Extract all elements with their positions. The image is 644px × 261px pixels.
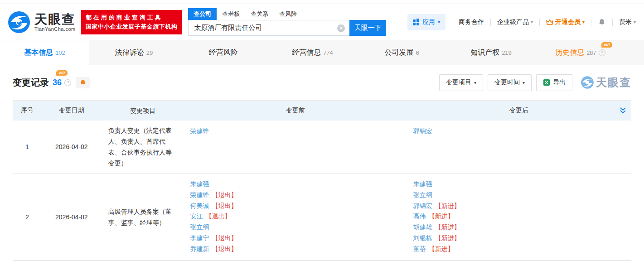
column-header: 变更前 xyxy=(184,101,407,121)
help-icon[interactable]: ? xyxy=(64,79,71,86)
vip-upgrade-menu[interactable]: 开通会员 ▾ xyxy=(546,18,585,26)
logo-subtitle: TianYanCha.com xyxy=(34,26,76,32)
chevron-down-icon: ▾ xyxy=(582,19,585,24)
person-link[interactable]: 乔建新 xyxy=(190,245,209,252)
person-line: 安江【退出】 xyxy=(190,211,401,222)
export-button[interactable]: 导出 xyxy=(536,74,572,91)
apps-label: 应用 xyxy=(422,18,435,26)
section-count: 36 xyxy=(53,78,62,87)
collapse-double-chevron-icon[interactable] xyxy=(620,107,626,116)
search-tab-3[interactable]: 查风险 xyxy=(274,8,302,20)
search-tabs: 查公司查老板查关系查风险 xyxy=(188,9,392,20)
person-list: 郭锦宏 xyxy=(413,125,625,137)
person-line: 何美诚【退出】 xyxy=(190,201,401,212)
table-row: 12026-04-02负责人变更（法定代表人、负责人、首席代表、合伙事务执行人等… xyxy=(13,121,631,174)
person-link[interactable]: 荣建锋 xyxy=(190,127,209,135)
filter-change-time-dropdown[interactable]: 变更时间 ▾ xyxy=(488,74,532,91)
vip-badge: VIP xyxy=(56,70,68,76)
person-line: 荣建锋 xyxy=(190,126,401,137)
promo-banner: 都在用的商业查询工具 国家中小企业发展子基金旗下机构 xyxy=(81,10,182,34)
chevron-down-icon: ▾ xyxy=(438,19,440,24)
table-row: 22026-04-02高级管理人员备案（董事、监事、经理等）朱建强荣建锋【退出】… xyxy=(13,174,631,261)
nav-tab-label: 历史信息 xyxy=(555,48,584,58)
help-icon[interactable]: ? xyxy=(599,49,605,56)
nav-tab-1[interactable]: 法律诉讼29 xyxy=(89,40,179,65)
person-link[interactable]: 郭锦宏 xyxy=(413,127,432,135)
main-content: 变更记录 VIP 36 ? 变更项目 ▾ 变更时间 ▾ xyxy=(0,65,644,261)
nav-tab-count: 219 xyxy=(502,49,512,56)
table-header-row: 序号变更日期变更项目变更前变更后 xyxy=(13,101,631,121)
divider xyxy=(591,19,591,26)
person-link[interactable]: 张立纲 xyxy=(190,223,209,231)
person-link[interactable]: 刘银栋 xyxy=(413,234,432,242)
nav-tab-label: 法律诉讼 xyxy=(115,48,144,58)
person-link[interactable]: 张立纲 xyxy=(413,191,432,198)
person-line: 张立纲 xyxy=(190,222,401,233)
promo-banner-line2: 国家中小企业发展子基金旗下机构 xyxy=(86,22,178,31)
person-link[interactable]: 朱建强 xyxy=(190,180,209,188)
apps-menu[interactable]: 应用 ▾ xyxy=(407,14,445,30)
username-label: 费米 xyxy=(619,18,632,26)
cell-change-item: 高级管理人员备案（董事、监事、经理等） xyxy=(102,174,184,260)
person-link[interactable]: 朱建强 xyxy=(413,180,432,188)
change-status-tag: 【退出】 xyxy=(212,245,237,252)
cell-serial-no: 2 xyxy=(13,174,41,260)
notifications-button[interactable] xyxy=(598,18,606,26)
clear-icon[interactable]: ✕ xyxy=(337,24,345,32)
cooperation-link[interactable]: 商务合作 xyxy=(459,18,484,26)
change-status-tag: 【新进】 xyxy=(435,202,460,209)
export-label: 导出 xyxy=(553,78,566,87)
person-line: 朱建强 xyxy=(190,179,401,190)
person-line: 郭锦宏【新进】 xyxy=(413,201,625,212)
search-button[interactable]: 天眼一下 xyxy=(349,20,386,36)
vip-badge: VIP xyxy=(601,42,612,48)
nav-tab-4[interactable]: 公司发展6 xyxy=(357,40,446,65)
person-link[interactable]: 荣建锋 xyxy=(190,191,209,198)
search-tab-1[interactable]: 查老板 xyxy=(217,8,245,20)
person-link[interactable]: 李建宁 xyxy=(190,234,209,242)
excel-icon xyxy=(543,79,550,86)
person-link[interactable]: 董蓓 xyxy=(413,245,426,252)
section-header: 变更记录 VIP 36 ? 变更项目 ▾ 变更时间 ▾ xyxy=(13,65,631,100)
search-tab-0[interactable]: 查公司 xyxy=(188,8,217,20)
person-list: 朱建强荣建锋【退出】何美诚【退出】安江【退出】张立纲李建宁【退出】乔建新【退出】 xyxy=(190,178,401,255)
page: 天眼查 TianYanCha.com 都在用的商业查询工具 国家中小企业发展子基… xyxy=(0,0,644,261)
crown-icon xyxy=(546,19,553,25)
chevron-down-icon: ▾ xyxy=(474,80,476,85)
cell-change-after: 郭锦宏 xyxy=(407,121,631,173)
change-status-tag: 【退出】 xyxy=(212,191,237,198)
nav-tab-6[interactable]: VIP历史信息287? xyxy=(536,40,625,65)
cell-change-item: 负责人变更（法定代表人、负责人、首席代表、合伙事务执行人等变更） xyxy=(102,121,184,173)
divider xyxy=(612,19,613,26)
person-link[interactable]: 高伟 xyxy=(413,213,426,220)
cell-change-before: 荣建锋 xyxy=(184,121,407,173)
person-line: 朱建强 xyxy=(413,179,625,190)
person-link[interactable]: 何美诚 xyxy=(190,202,209,209)
person-link[interactable]: 胡建雄 xyxy=(413,223,432,231)
search-tab-2[interactable]: 查关系 xyxy=(245,8,274,20)
enterprise-menu[interactable]: 企业级产品 ▾ xyxy=(497,18,533,26)
watermark-logo: 天眼查 xyxy=(581,75,631,90)
nav-tab-0[interactable]: 基本信息102 xyxy=(0,40,89,65)
subscribe-bell-button[interactable] xyxy=(76,77,90,88)
search-input[interactable]: 太原酒厂有限责任公司 ✕ xyxy=(188,20,349,36)
tianyancha-logo-icon xyxy=(7,10,31,34)
user-menu[interactable]: 费米 ▾ xyxy=(619,18,636,26)
person-line: 胡建雄【新进】 xyxy=(413,222,625,233)
person-link[interactable]: 安江 xyxy=(190,213,203,220)
person-line: 刘银栋【新进】 xyxy=(413,233,625,244)
nav-tab-2[interactable]: 经营风险 xyxy=(179,40,268,65)
nav-tab-count: 774 xyxy=(323,49,333,56)
nav-tab-count: 29 xyxy=(146,49,153,56)
nav-tab-count: 102 xyxy=(55,49,65,56)
change-record-table: 序号变更日期变更项目变更前变更后12026-04-02负责人变更（法定代表人、负… xyxy=(13,100,631,261)
person-line: 乔建新【退出】 xyxy=(190,244,401,255)
tianyancha-logo[interactable]: 天眼查 TianYanCha.com xyxy=(7,10,76,34)
person-link[interactable]: 郭锦宏 xyxy=(413,202,432,209)
vip-upgrade-label: 开通会员 xyxy=(555,18,581,26)
filter-change-project-dropdown[interactable]: 变更项目 ▾ xyxy=(439,74,483,91)
nav-tab-5[interactable]: 知识产权219 xyxy=(446,40,536,65)
person-line: 董蓓【新进】 xyxy=(413,244,625,255)
nav-tab-3[interactable]: 经营信息774 xyxy=(268,40,357,65)
cell-change-date: 2026-04-02 xyxy=(41,174,102,260)
